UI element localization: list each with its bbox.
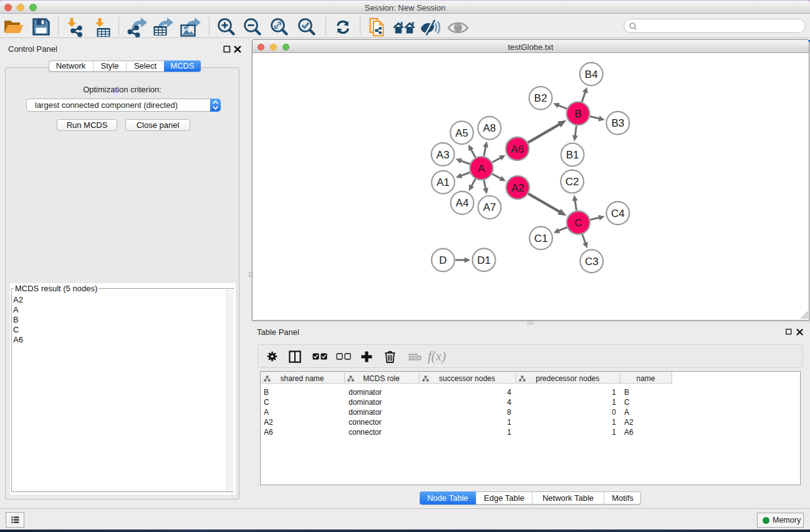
svg-text:B4: B4 bbox=[585, 69, 598, 80]
svg-text:A3: A3 bbox=[436, 149, 450, 161]
svg-text:B2: B2 bbox=[534, 92, 547, 104]
svg-text:A6: A6 bbox=[511, 143, 524, 155]
svg-text:D: D bbox=[439, 254, 446, 266]
svg-text:A: A bbox=[478, 163, 485, 175]
svg-text:C: C bbox=[574, 217, 582, 229]
svg-text:A7: A7 bbox=[483, 201, 496, 213]
svg-text:C3: C3 bbox=[585, 256, 599, 268]
svg-text:B3: B3 bbox=[612, 117, 625, 129]
svg-text:A2: A2 bbox=[511, 182, 524, 194]
svg-text:B: B bbox=[574, 108, 581, 120]
svg-text:A5: A5 bbox=[455, 127, 468, 139]
svg-text:C4: C4 bbox=[611, 208, 625, 220]
svg-text:C1: C1 bbox=[534, 233, 548, 244]
svg-text:B1: B1 bbox=[566, 149, 579, 161]
svg-text:C2: C2 bbox=[566, 176, 579, 188]
svg-text:D1: D1 bbox=[477, 254, 491, 266]
svg-text:A8: A8 bbox=[483, 122, 496, 134]
svg-text:A1: A1 bbox=[436, 177, 450, 188]
svg-text:A4: A4 bbox=[456, 197, 469, 209]
